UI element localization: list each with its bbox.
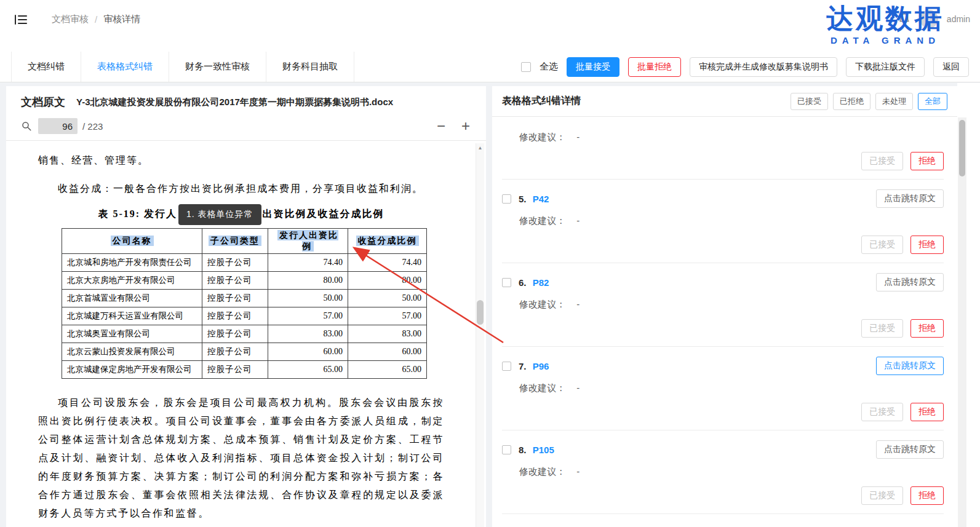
table-cell: 控股子公司 bbox=[202, 290, 268, 307]
tab-doc-correction[interactable]: 文档纠错 bbox=[11, 52, 81, 82]
breadcrumb-separator: / bbox=[95, 14, 97, 25]
table-caption: 表 5-19: 发行人 1. 表格单位异常 出资比例及收益分成比例 bbox=[38, 208, 444, 221]
table-cell: 北京城和房地产开发有限责任公司 bbox=[62, 254, 202, 272]
page-total-label: / 223 bbox=[82, 121, 103, 132]
table-header-cell: 公司名称 bbox=[62, 229, 202, 254]
issue-actions: 已接受 拒绝 bbox=[502, 486, 944, 505]
issue-list: 修改建议： - 已接受 拒绝 5. P42 点击跳转原文 bbox=[492, 117, 957, 527]
issue-checkbox[interactable] bbox=[502, 445, 511, 454]
tab-financial-consistency[interactable]: 财务一致性审核 bbox=[169, 52, 266, 82]
filter-accepted[interactable]: 已接受 bbox=[791, 93, 828, 110]
issue-title: 6. P82 bbox=[519, 277, 549, 288]
table-cell: 60.00 bbox=[268, 343, 348, 361]
doc-text-line: 收益分成：一般各合作方按出资比例承担成本费用，分享项目收益和利润。 bbox=[38, 183, 444, 196]
breadcrumb-section[interactable]: 文档审核 bbox=[52, 14, 89, 25]
document-scrollbar-thumb[interactable] bbox=[477, 300, 484, 325]
issue-actions: 已接受 拒绝 bbox=[502, 319, 944, 338]
issue-item-partial: 修改建议： - 已接受 拒绝 bbox=[502, 117, 944, 180]
finish-generate-button[interactable]: 审核完成并生成修改版募集说明书 bbox=[690, 57, 837, 77]
batch-reject-button[interactable]: 批量拒绝 bbox=[628, 57, 681, 77]
filter-all[interactable]: 全部 bbox=[918, 93, 947, 110]
issue-title: 5. P42 bbox=[519, 194, 549, 204]
scroll-up-arrow-icon[interactable]: ▲ bbox=[476, 143, 484, 152]
suggestion-value: - bbox=[576, 466, 580, 477]
issue-title: 7. P96 bbox=[519, 361, 549, 371]
reject-button[interactable]: 拒绝 bbox=[910, 152, 944, 170]
highlighted-header: 公司名称 bbox=[111, 236, 154, 246]
table-cell: 控股子公司 bbox=[202, 361, 268, 379]
notification-bell-icon[interactable] bbox=[898, 12, 911, 26]
jump-to-source-button[interactable]: 点击跳转原文 bbox=[876, 273, 944, 291]
reject-button[interactable]: 拒绝 bbox=[910, 236, 944, 254]
table-cell: 74.40 bbox=[348, 254, 427, 272]
filter-unprocessed[interactable]: 未处理 bbox=[875, 93, 913, 110]
zoom-in-button[interactable]: + bbox=[458, 118, 474, 134]
table-cell: 65.00 bbox=[268, 361, 348, 379]
accepted-button[interactable]: 已接受 bbox=[861, 319, 903, 338]
detail-panel-title: 表格格式纠错详情 bbox=[502, 95, 581, 108]
batch-accept-button[interactable]: 批量接受 bbox=[567, 57, 619, 77]
issue-page: P42 bbox=[533, 194, 549, 204]
reject-button[interactable]: 拒绝 bbox=[910, 403, 944, 421]
table-cell: 控股子公司 bbox=[202, 325, 268, 343]
suggestion-label: 修改建议： bbox=[519, 215, 565, 226]
highlighted-header: 收益分成比例 bbox=[356, 236, 419, 246]
jump-to-source-button[interactable]: 点击跳转原文 bbox=[876, 440, 944, 459]
issue-item-head: 7. P96 点击跳转原文 bbox=[502, 357, 944, 375]
table-row: 北京城奥置业有限公司 控股子公司 83.00 83.00 bbox=[62, 325, 427, 343]
suggestion-value: - bbox=[576, 215, 580, 226]
suggestion-label: 修改建议： bbox=[519, 466, 565, 477]
download-annotated-button[interactable]: 下载批注版文件 bbox=[846, 57, 925, 77]
issue-item: 5. P42 点击跳转原文 修改建议： - 已接受 拒绝 bbox=[502, 180, 944, 263]
zoom-out-button[interactable]: − bbox=[433, 118, 449, 134]
collapse-menu-icon[interactable] bbox=[14, 12, 28, 27]
search-icon[interactable] bbox=[21, 121, 32, 132]
filter-rejected[interactable]: 已拒绝 bbox=[833, 93, 870, 110]
table-row: 北京城和房地产开发有限责任公司 控股子公司 74.40 74.40 bbox=[62, 254, 427, 272]
issue-page: P105 bbox=[533, 445, 554, 455]
topbar: 文档审核 / 审核详情 admin 达观数据 DATA GRAND bbox=[0, 0, 980, 52]
user-area: admin bbox=[898, 10, 970, 28]
table-header-row: 公司名称 子公司类型 发行人出资比例 收益分成比例 bbox=[62, 229, 427, 254]
issue-item-head: 8. P105 点击跳转原文 bbox=[502, 440, 944, 459]
table-cell: 控股子公司 bbox=[202, 272, 268, 290]
back-button[interactable]: 返回 bbox=[933, 57, 969, 77]
table-cell: 北京云蒙山投资发展有限公司 bbox=[62, 343, 202, 361]
table-cell: 80.00 bbox=[348, 272, 427, 290]
suggestion-value: - bbox=[576, 299, 580, 309]
suggestion-value: - bbox=[576, 382, 580, 393]
user-avatar[interactable] bbox=[920, 10, 938, 28]
issue-number: 8. bbox=[519, 445, 527, 455]
accepted-button[interactable]: 已接受 bbox=[861, 236, 903, 254]
issue-item-head: 5. P42 点击跳转原文 bbox=[502, 189, 944, 208]
table-cell: 57.00 bbox=[348, 307, 427, 325]
page-number-input[interactable] bbox=[38, 118, 78, 134]
issue-item: 6. P82 点击跳转原文 修改建议： - 已接受 拒绝 bbox=[502, 263, 944, 347]
accepted-button[interactable]: 已接受 bbox=[861, 152, 903, 170]
tab-financial-subject-extraction[interactable]: 财务科目抽取 bbox=[266, 52, 354, 82]
accepted-button[interactable]: 已接受 bbox=[861, 403, 903, 421]
reject-button[interactable]: 拒绝 bbox=[910, 486, 944, 505]
panel-scrollbar[interactable] bbox=[958, 117, 966, 527]
issue-checkbox[interactable] bbox=[502, 362, 511, 371]
user-name[interactable]: admin bbox=[947, 14, 970, 24]
table-header-cell: 发行人出资比例 bbox=[268, 229, 348, 254]
document-scrollbar[interactable]: ▲ bbox=[476, 143, 484, 527]
table-cell: 83.00 bbox=[348, 325, 427, 343]
reject-button[interactable]: 拒绝 bbox=[910, 319, 944, 338]
suggestion-row: 修改建议： - bbox=[519, 299, 944, 311]
accepted-button[interactable]: 已接受 bbox=[861, 486, 903, 505]
issue-item: 8. P105 点击跳转原文 修改建议： - 已接受 拒绝 bbox=[502, 430, 944, 514]
issue-checkbox[interactable] bbox=[502, 194, 511, 204]
breadcrumb-current: 审核详情 bbox=[103, 14, 140, 25]
select-all-checkbox[interactable] bbox=[521, 62, 531, 72]
issue-page: P96 bbox=[533, 361, 549, 371]
jump-to-source-button[interactable]: 点击跳转原文 bbox=[876, 189, 944, 208]
document-table: 公司名称 子公司类型 发行人出资比例 收益分成比例 北京城和房地产开发有限责任公… bbox=[62, 228, 427, 379]
table-cell: 80.00 bbox=[268, 272, 348, 290]
panel-scrollbar-thumb[interactable] bbox=[959, 120, 965, 176]
table-cell: 北京城奥置业有限公司 bbox=[62, 325, 202, 343]
issue-checkbox[interactable] bbox=[502, 278, 511, 287]
tab-table-format-correction[interactable]: 表格格式纠错 bbox=[81, 52, 169, 82]
jump-to-source-button-active[interactable]: 点击跳转原文 bbox=[876, 357, 944, 375]
